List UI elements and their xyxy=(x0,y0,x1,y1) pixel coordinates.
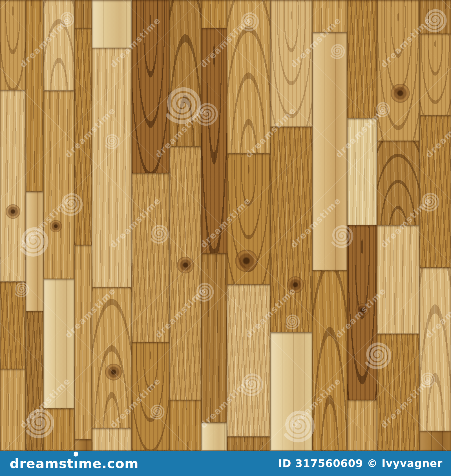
wood-plank xyxy=(26,311,43,451)
wood-knot xyxy=(235,250,258,272)
stock-photo-preview: dreamstimedreamstimedreamstimedreamstime… xyxy=(0,0,451,476)
wood-plank xyxy=(169,0,201,146)
wood-knot xyxy=(287,276,304,293)
wood-plank xyxy=(43,408,74,451)
wood-plank xyxy=(270,127,312,332)
wood-plank xyxy=(0,0,26,90)
wood-knot xyxy=(105,364,122,381)
wood-plank xyxy=(43,279,74,408)
wood-plank xyxy=(0,369,26,451)
dreamstime-logo: dreamstıme.com xyxy=(10,457,139,470)
wood-plank xyxy=(201,253,227,422)
wood-plank xyxy=(92,0,132,48)
wood-plank xyxy=(169,146,201,400)
wood-plank xyxy=(419,0,451,34)
wood-plank xyxy=(347,118,377,225)
wood-plank xyxy=(227,284,270,437)
wood-plank xyxy=(74,28,92,245)
wood-plank xyxy=(0,282,26,369)
wood-plank xyxy=(201,422,227,451)
image-credit: ID 317560609 © Ivyvagner xyxy=(278,458,443,469)
wood-plank xyxy=(74,439,92,451)
wood-plank xyxy=(74,0,92,28)
wood-plank xyxy=(132,173,169,342)
wood-plank xyxy=(419,268,451,431)
wood-plank xyxy=(312,270,347,451)
wood-knot xyxy=(391,84,410,103)
logo-text-prefix: dreamst xyxy=(10,457,74,470)
wood-plank xyxy=(377,334,419,451)
wood-knot xyxy=(355,303,369,317)
wood-plank xyxy=(270,332,312,451)
wood-plank xyxy=(92,287,132,428)
wood-plank xyxy=(419,34,451,115)
wood-plank xyxy=(92,428,132,451)
wood-plank xyxy=(312,32,347,270)
wood-knot xyxy=(6,204,20,219)
wood-plank xyxy=(377,141,419,225)
wood-plank xyxy=(26,0,43,192)
wood-plank xyxy=(132,342,169,451)
wood-plank xyxy=(227,0,270,154)
wood-plank xyxy=(26,192,43,311)
wood-plank xyxy=(169,400,201,451)
wood-plank xyxy=(377,225,419,334)
wood-plank xyxy=(43,0,74,91)
wood-plank xyxy=(227,154,270,284)
wood-plank xyxy=(132,0,169,173)
wood-plank xyxy=(201,0,227,28)
wood-texture-photo xyxy=(0,0,451,451)
wood-plank xyxy=(43,91,74,279)
wood-plank xyxy=(312,0,347,32)
wood-plank xyxy=(0,90,26,282)
footer-bar: dreamstıme.com ID 317560609 © Ivyvagner xyxy=(0,451,451,476)
logo-text-suffix: me.com xyxy=(78,457,139,470)
wood-plank xyxy=(347,400,377,451)
wood-knot xyxy=(177,257,194,273)
wood-plank xyxy=(377,0,419,141)
wood-plank xyxy=(419,431,451,451)
wood-plank xyxy=(419,115,451,268)
wood-plank xyxy=(270,0,312,127)
wood-plank xyxy=(227,437,270,451)
wood-plank xyxy=(74,245,92,439)
wood-plank xyxy=(92,48,132,287)
logo-i-char: ı xyxy=(74,456,78,471)
wood-plank xyxy=(347,225,377,400)
wood-knot xyxy=(50,220,62,232)
wood-plank xyxy=(201,28,227,253)
wood-plank xyxy=(347,0,377,118)
logo-letter-i: ı xyxy=(74,457,78,470)
